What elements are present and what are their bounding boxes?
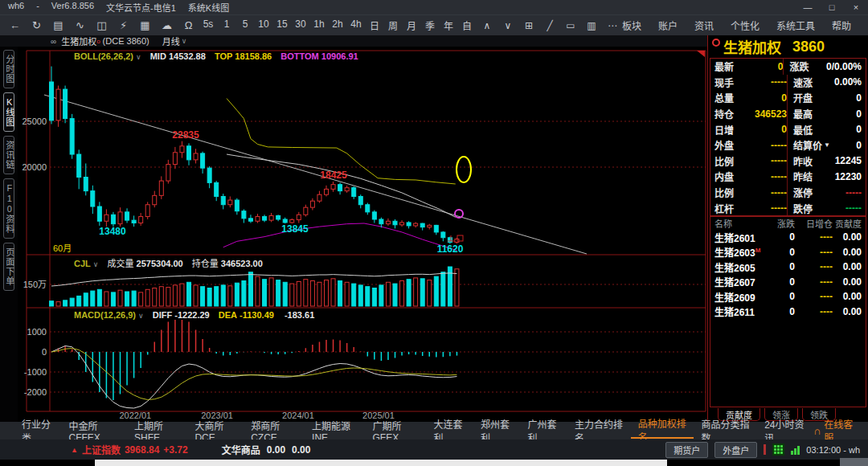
sse-index-name[interactable]: 上证指数 — [82, 443, 121, 456]
quote-title: 生猪加权 3860 — [708, 35, 868, 58]
alert-bell-icon[interactable]: Ω — [182, 19, 195, 31]
period-4h[interactable]: 4h — [350, 18, 362, 32]
cjl-name[interactable]: CJL — [74, 259, 91, 268]
nav-item-郑商所CZCE[interactable]: 郑商所CZCE — [244, 423, 305, 439]
multi-chart-icon[interactable]: ▦ — [138, 19, 152, 31]
chevron-down-icon[interactable]: ∨ — [138, 312, 144, 320]
volume-value: 2575304.00 — [137, 259, 183, 268]
menu-5[interactable]: 帮助 — [832, 18, 851, 32]
cloud-download-icon[interactable]: ☁ — [160, 19, 174, 31]
menu-0[interactable]: 板块 — [622, 18, 641, 32]
period-2h[interactable]: 2h — [332, 18, 343, 32]
more-icon[interactable]: ⋯ — [606, 20, 619, 31]
sidebar-tab-分时图[interactable]: 分时图 — [3, 50, 14, 88]
period-年[interactable]: 年 — [443, 18, 454, 32]
table-row[interactable]: 生猪26070----0.00 — [710, 275, 866, 290]
chevron-down-icon[interactable]: ∨ — [136, 53, 141, 61]
nav-item-大连套利[interactable]: 大连套利 — [426, 423, 473, 439]
nav-item-行业分类[interactable]: 行业分类 — [14, 423, 62, 439]
boll-top-value: 18158.86 — [235, 51, 272, 61]
draw-line-icon[interactable]: ╱ — [543, 20, 556, 31]
sidebar-tab-K线图[interactable]: K线图 — [3, 92, 14, 132]
period-自[interactable]: 自 — [461, 18, 473, 32]
table-row[interactable]: 生猪26110----0.00 — [710, 305, 866, 320]
boll-name[interactable]: BOLL(26,26,2) — [74, 51, 133, 61]
quote-board-icon[interactable]: ▤ — [51, 19, 65, 31]
quote-value: 0 — [743, 61, 783, 72]
table-row[interactable]: 生猪26010----0.00 — [710, 230, 866, 245]
period-周[interactable]: 周 — [387, 18, 399, 32]
back-icon[interactable]: ← — [8, 19, 22, 31]
macd-name[interactable]: MACD(12,26,9) — [74, 310, 136, 320]
quote-label: 日增 — [710, 123, 745, 137]
minimize-button[interactable]: — — [796, 0, 820, 14]
nav-item-中金所CFFEX[interactable]: 中金所CFFEX — [62, 423, 128, 439]
quote-value: 0 — [745, 124, 787, 135]
quote-label: 总量 — [710, 91, 745, 104]
nav-item-广州套利[interactable]: 广州套利 — [520, 423, 567, 439]
contract-header[interactable]: 名称 — [710, 217, 764, 230]
sort-caret-icon[interactable]: ▼ — [824, 141, 830, 149]
menu-4[interactable]: 系统工具 — [776, 18, 815, 32]
table-row[interactable]: 生猪2603M0----0.00 — [710, 245, 866, 260]
sidebar-tab-资讯链[interactable]: 资讯链 — [3, 136, 14, 174]
rect-tool-icon[interactable]: ▭ — [564, 20, 577, 31]
period-5s[interactable]: 5s — [203, 18, 214, 32]
contract-name: 生猪2609 — [710, 290, 764, 304]
market-grid-icon[interactable] — [772, 444, 784, 456]
period-15[interactable]: 15 — [276, 18, 288, 32]
nav-item-大商所DCE[interactable]: 大商所DCE — [187, 423, 244, 439]
wenhua-index-name[interactable]: 文华商品 — [222, 443, 260, 456]
nav-item-24小时资讯[interactable]: 24小时资讯 — [757, 423, 813, 439]
add-grid-icon[interactable]: ⊞ — [522, 20, 535, 31]
macd-header[interactable]: MACD(12,26,9) ∨ DIFF -1222.29 DEA -1130.… — [74, 310, 314, 320]
instrument-code: (DCE 3860) — [103, 36, 149, 46]
period-5[interactable]: 5 — [240, 18, 251, 32]
nav-item-上期能源INE[interactable]: 上期能源INE — [305, 423, 365, 439]
table-row[interactable]: 生猪26090----0.00 — [710, 289, 866, 305]
sidebar-tab-页面下单[interactable]: 页面下单 — [3, 243, 14, 291]
chevron-down-icon[interactable]: ∨ — [93, 260, 99, 268]
menu-3[interactable]: 个性化 — [731, 18, 760, 32]
nav-item-品种加权排名[interactable]: 品种加权排名 — [631, 423, 694, 439]
boll-header[interactable]: BOLL(26,26,2) ∨ MID 14532.88 TOP 18158.8… — [74, 51, 358, 61]
contract-header[interactable]: 涨跌 — [764, 217, 795, 230]
nav-item-主力合约排名[interactable]: 主力合约排名 — [567, 423, 631, 439]
lightning-order-icon[interactable]: ⚡ — [117, 19, 130, 31]
sidebar-tab-F10资料[interactable]: F10资料 — [3, 178, 14, 239]
nav-item-郑州套利[interactable]: 郑州套利 — [473, 423, 521, 439]
network-signal-icon — [791, 445, 800, 455]
maximize-button[interactable]: □ — [820, 0, 844, 14]
table-row[interactable]: 生猪26050----0.00 — [710, 260, 866, 275]
period-1[interactable]: 1 — [221, 18, 232, 32]
refresh-icon[interactable]: ↻ — [30, 19, 43, 31]
overseas-account-button[interactable]: 外盘户 — [714, 442, 757, 458]
period-1h[interactable]: 1h — [313, 18, 325, 32]
menu-2[interactable]: 资讯 — [694, 18, 714, 32]
timeline-chart-icon[interactable]: ∿ — [73, 19, 87, 31]
contract-header[interactable]: 日增仓 — [795, 217, 833, 230]
period-日[interactable]: 日 — [369, 18, 380, 32]
nav-item-商品分类指数[interactable]: 商品分类指数 — [694, 423, 757, 439]
period-selector[interactable]: 月线 — [162, 35, 180, 47]
kline-chart-icon[interactable]: ◫ — [95, 19, 108, 31]
close-button[interactable]: × — [844, 0, 868, 14]
quote-value: 0 — [832, 92, 866, 104]
nav-item-上期所SHFE[interactable]: 上期所SHFE — [127, 423, 187, 439]
svg-text:150万: 150万 — [23, 280, 47, 289]
period-10[interactable]: 10 — [258, 18, 269, 32]
dea-value: -1130.49 — [240, 310, 274, 320]
period-月[interactable]: 月 — [406, 18, 417, 32]
period-季[interactable]: 季 — [424, 18, 436, 32]
menu-1[interactable]: 账户 — [658, 18, 678, 32]
nav-item-广期所GFEX[interactable]: 广期所GFEX — [365, 423, 426, 439]
contract-header[interactable]: 贡献度 — [833, 217, 866, 230]
doc-list-icon[interactable]: ▥ — [585, 20, 598, 31]
collapse-up-icon[interactable]: ∧ — [481, 20, 493, 31]
period-30[interactable]: 30 — [295, 18, 306, 32]
volume-header[interactable]: CJL ∨ 成交量 2575304.00 持仓量 346523.00 — [74, 256, 263, 269]
quote-value: ----- — [745, 187, 787, 198]
futures-account-button[interactable]: 期货户 — [665, 442, 708, 458]
chevron-down-icon[interactable]: ∨ — [182, 37, 187, 45]
expand-down-icon[interactable]: ∨ — [502, 20, 514, 31]
